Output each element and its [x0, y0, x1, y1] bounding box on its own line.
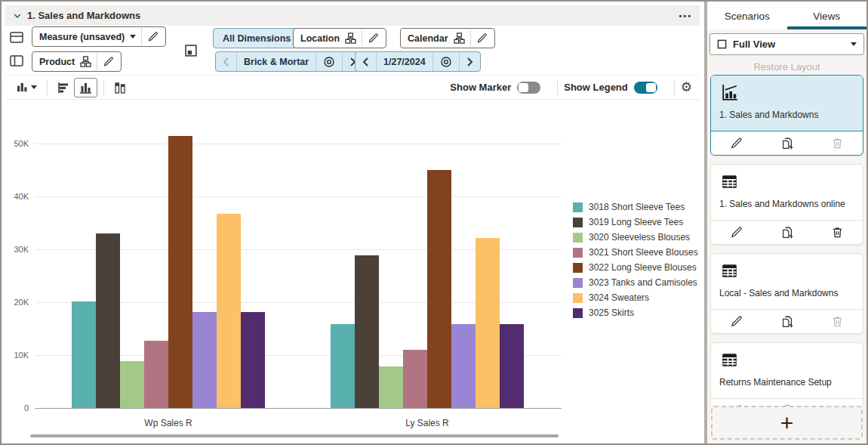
- legend-label: 3024 Sweaters: [589, 292, 649, 303]
- overflow-menu-button[interactable]: •••: [679, 11, 692, 20]
- bar-3018-wp-sales-r: [72, 301, 96, 408]
- view-card-4[interactable]: Returns Maintenance Setup: [710, 342, 863, 406]
- bar-3019-wp-sales-r: [96, 233, 120, 408]
- legend-swatch: [573, 202, 583, 212]
- bar-3022-wp-sales-r: [168, 136, 192, 408]
- dropdown-caret-icon: [130, 35, 136, 39]
- legend-swatch: [573, 218, 583, 227]
- hierarchy-icon: [345, 32, 356, 44]
- y-tick-label: 50K: [3, 139, 29, 148]
- view-mode-value: Full View: [733, 39, 775, 50]
- hierarchy-icon: [80, 56, 91, 67]
- legend-label: 3019 Long Sleeve Tees: [589, 217, 683, 227]
- edit-view-button[interactable]: [730, 226, 743, 239]
- legend-item: 3024 Sweaters: [573, 290, 698, 305]
- gridline: [35, 408, 562, 409]
- view-card-2[interactable]: 1. Sales and Markdowns online: [710, 164, 863, 245]
- view-card-label: Local - Sales and Markdowns: [719, 288, 854, 298]
- calendar-target-button[interactable]: [433, 52, 460, 71]
- product-tile[interactable]: Product: [32, 51, 122, 72]
- view-card-actions: [711, 309, 863, 333]
- legend-label: 3020 Sleeveless Blouses: [589, 232, 690, 243]
- legend-item: 3018 Short Sleeve Tees: [573, 199, 698, 215]
- calendar-selector: 1/27/2024: [355, 51, 481, 72]
- measure-tile[interactable]: Measure (unsaved): [32, 26, 166, 47]
- dropdown-caret-icon: [31, 85, 37, 89]
- edit-pencil-icon[interactable]: [368, 32, 379, 44]
- edit-pencil-icon[interactable]: [103, 56, 114, 67]
- copy-view-button[interactable]: [780, 226, 794, 239]
- bar-chart-icon: [17, 82, 28, 93]
- legend-item: 3023 Tanks and Camisoles: [573, 275, 698, 290]
- main-panel: 1. Sales and Markdowns ••• Measure (unsa…: [3, 3, 704, 442]
- view-mode-dropdown[interactable]: Full View: [709, 33, 864, 55]
- chart-type-dropdown-button[interactable]: [13, 79, 41, 95]
- legend-item: 3022 Long Sleeve Blouses: [573, 260, 698, 275]
- calendar-next-button[interactable]: [460, 52, 480, 71]
- bullseye-icon: [440, 56, 452, 68]
- full-view-icon: [717, 39, 727, 49]
- gridline: [35, 196, 562, 197]
- bar-3024-ly-sales-r: [476, 238, 500, 408]
- location-prev-button[interactable]: [216, 52, 237, 71]
- all-dimensions-button[interactable]: All Dimensions: [213, 28, 300, 48]
- chart-settings-gear-icon[interactable]: ⚙: [681, 81, 692, 94]
- view-card-1[interactable]: 1. Sales and Markdowns: [710, 75, 863, 156]
- bar-3020-ly-sales-r: [379, 366, 403, 408]
- add-view-button[interactable]: +: [711, 406, 863, 440]
- rows-axis-icon[interactable]: [10, 31, 23, 44]
- location-tile[interactable]: Location: [293, 28, 386, 48]
- tab-views[interactable]: Views: [787, 3, 867, 29]
- copy-view-button[interactable]: [780, 315, 794, 329]
- dropdown-caret-icon: [851, 42, 857, 46]
- stacked-bar-chart-button[interactable]: [110, 79, 130, 96]
- columns-axis-icon[interactable]: [10, 54, 23, 67]
- app-window: 1. Sales and Markdowns ••• Measure (unsa…: [0, 0, 868, 445]
- page-axis-icon[interactable]: [185, 45, 198, 57]
- y-tick-label: 40K: [3, 192, 29, 201]
- location-tile-label: Location: [300, 33, 340, 44]
- legend-item: 3019 Long Sleeve Tees: [573, 215, 698, 230]
- y-tick-label: 0: [3, 403, 29, 413]
- show-marker-toggle[interactable]: [517, 82, 540, 94]
- legend-label: 3025 Skirts: [589, 307, 634, 318]
- bar-3025-wp-sales-r: [241, 312, 265, 408]
- collapse-chevron-icon[interactable]: [13, 11, 22, 20]
- chart-toolbar: Show Marker Show Legend ⚙: [5, 75, 700, 100]
- location-target-button[interactable]: [316, 52, 343, 71]
- legend-label: 3018 Short Sleeve Tees: [589, 202, 685, 212]
- legend-label: 3022 Long Sleeve Blouses: [589, 262, 697, 273]
- delete-view-button[interactable]: [831, 226, 844, 239]
- view-card-actions: [711, 398, 863, 406]
- view-title: 1. Sales and Markdowns: [27, 10, 140, 21]
- chart-horizontal-scrollbar[interactable]: [30, 434, 559, 437]
- edit-view-button[interactable]: [730, 315, 743, 328]
- legend-item: 3020 Sleeveless Blouses: [573, 230, 698, 245]
- horizontal-bar-chart-button[interactable]: [54, 79, 74, 96]
- x-category-label: Wp Sales R: [70, 418, 266, 428]
- calendar-prev-button[interactable]: [356, 52, 377, 71]
- bar-3025-ly-sales-r: [500, 324, 524, 408]
- calendar-tile[interactable]: Calendar: [400, 28, 495, 48]
- restore-layout-label: Restore Layout: [707, 61, 866, 73]
- show-legend-toggle[interactable]: [634, 82, 657, 94]
- edit-view-button[interactable]: [730, 137, 743, 150]
- edit-pencil-icon[interactable]: [476, 32, 488, 44]
- vertical-bar-chart-button-selected[interactable]: [74, 78, 97, 97]
- right-sidebar: Scenarios Views Full View Restore Layout…: [707, 3, 866, 445]
- bar-chart: 010K20K30K40K50K Wp Sales RLy Sales R 30…: [3, 100, 704, 442]
- legend-swatch: [573, 278, 583, 288]
- bar-3021-wp-sales-r: [144, 341, 168, 408]
- view-card-3[interactable]: Local - Sales and Markdowns: [710, 253, 863, 334]
- bar-3021-ly-sales-r: [403, 350, 427, 408]
- view-card-label: 1. Sales and Markdowns: [719, 110, 854, 120]
- bar-3018-ly-sales-r: [331, 324, 355, 408]
- delete-view-button: [831, 137, 844, 150]
- edit-pencil-icon[interactable]: [147, 31, 159, 42]
- hierarchy-icon: [454, 32, 465, 44]
- bar-3023-ly-sales-r: [451, 324, 476, 408]
- copy-view-button[interactable]: [780, 137, 794, 150]
- legend-swatch: [573, 293, 583, 303]
- legend-swatch: [573, 308, 583, 318]
- tab-scenarios[interactable]: Scenarios: [707, 3, 787, 29]
